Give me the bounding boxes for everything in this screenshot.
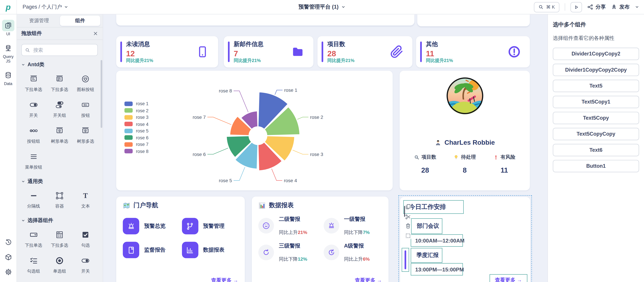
widget-card[interactable]: 勾选 [72,225,98,251]
widget-search-input[interactable] [32,47,92,53]
rail-item-data[interactable]: Data [1,69,16,86]
breadcrumb[interactable]: Pages / 个人门户 [23,4,68,11]
portal-nav-card[interactable]: 门户导航 预警总览 预警管理 监督报告 [116,196,245,282]
selected-widget-button[interactable]: Text5Copy [553,112,639,124]
widget-card[interactable]: 按钮组 [20,121,46,147]
label-leader-line [292,150,308,154]
schedule-item-time-widget[interactable]: 10:00AM—12:00AM [411,234,463,246]
divider-widget[interactable] [404,206,405,217]
widget-card[interactable]: 下拉多选 [46,225,72,251]
scissors-icon[interactable] [405,214,411,220]
portal-nav-button[interactable]: 预警总览 [123,218,182,234]
panel-tab[interactable]: 组件 [60,16,100,26]
close-icon[interactable] [93,31,98,36]
publish-button[interactable]: 发布 [611,4,630,11]
widget-card[interactable]: 图标按钮 [72,69,98,95]
preview-button[interactable] [570,2,582,12]
widget-card[interactable]: 开关组 [46,95,72,121]
legend-item[interactable]: rose 7 [124,142,148,147]
vertical-divider-widget[interactable] [402,248,409,272]
bulb-icon [454,155,459,160]
stat-card[interactable]: 其他11同比提升21% [416,36,530,67]
selected-widget-button[interactable]: Text5Copy1 [553,96,639,108]
schedule-card[interactable]: 今日工作安排 部门会议 10:00AM—12:00AM 季度汇报 13:00PM… [400,197,530,282]
widget-card[interactable]: 菜单按钮 [20,147,46,173]
widget-card[interactable]: 单选组 [46,251,72,277]
widget-card[interactable]: 开关 [72,251,98,277]
portal-nav-button[interactable]: 预警管理 [182,218,241,234]
rail-item-ui[interactable]: UI [1,20,16,37]
selected-widget-button[interactable]: Text6 [553,144,639,156]
legend-item[interactable]: rose 8 [124,149,148,153]
search-icon [538,5,543,10]
widget-card[interactable]: 分隔线 [20,186,46,212]
breadcrumb-text: Pages / 个人门户 [23,4,62,11]
panel-tab[interactable]: 资源管理 [19,16,59,26]
w-switch-group [55,100,64,109]
trash-icon[interactable] [405,223,411,229]
selected-widget-button[interactable]: Text5 [553,80,639,92]
schedule-item-name-widget[interactable]: 部门会议 [411,218,442,234]
legend-swatch [124,101,133,106]
stat-card[interactable]: 未读消息12同比提升21% [116,36,218,67]
schedule-title-widget[interactable]: 今日工作安排 [403,200,464,214]
schedule-more-widget[interactable]: 查看更多 → [490,274,527,282]
section-header-antd[interactable]: Antd类 [21,61,98,68]
legend-item[interactable]: rose 4 [124,122,148,126]
stat-card[interactable]: 项目数28同比提升21% [318,36,412,67]
widget-card[interactable]: 下拉单选 [20,225,46,251]
legend-item[interactable]: rose 3 [124,115,148,120]
widget-card[interactable]: 树形多选 [72,121,98,147]
region-icon[interactable] [405,233,411,239]
widget-search[interactable] [21,44,98,56]
widget-card[interactable]: 勾选组 [20,251,46,277]
widget-card[interactable]: 容器 [46,186,72,212]
selected-widget-button[interactable]: Text5CopyCopy [553,128,639,140]
share-button[interactable]: 分享 [587,4,606,11]
widget-card[interactable]: T 文本 [72,186,98,212]
selected-widget-button[interactable]: Divider1CopyCopy2Copy [553,64,639,76]
widget-card[interactable]: 下拉单选 [20,69,46,95]
gear-icon[interactable] [5,268,12,275]
data-reports-card[interactable]: 数据报表 二级警报 同比上升21% 一级警 [252,196,389,282]
w-icon-button [81,75,90,84]
slice-label: rose 6 [192,152,206,157]
schedule-item-time-widget[interactable]: 13:00PM—15:00PM [411,263,463,275]
w-switch [81,256,90,265]
widget-card[interactable]: 开关组 [20,277,46,282]
stat-card[interactable]: 新邮件信息7同比提升21% [224,36,313,67]
frown-icon [262,221,270,229]
widget-card[interactable]: 日期选择器 [46,277,72,282]
section-header-common[interactable]: 通用类 [21,178,98,185]
section-header-selectors[interactable]: 选择器组件 [21,217,98,224]
legend-swatch [124,108,133,113]
panel-scrollbar[interactable] [100,60,102,128]
editor-canvas[interactable]: 未读消息12同比提升21%新邮件信息7同比提升21%项目数28同比提升21%其他… [103,14,548,282]
legend-item[interactable]: rose 5 [124,128,148,133]
legend-item[interactable]: rose 6 [124,135,148,140]
rose-chart-card[interactable]: rose 1rose 2rose 3rose 4rose 5rose 6rose… [116,71,392,190]
portal-more-link[interactable]: 查看更多 → [211,277,238,282]
app-logo[interactable]: p [0,0,17,14]
cube-icon[interactable] [5,253,12,261]
selected-widget-button[interactable]: Divider1CopyCopy2 [553,48,639,60]
legend-item[interactable]: rose 2 [124,108,148,113]
rail-item-query-js[interactable]: Query JS [1,42,16,64]
widget-card[interactable]: 树形单选 [46,121,72,147]
portal-nav-button[interactable]: 数据报表 [182,242,241,258]
chevron-down-icon[interactable] [635,5,639,9]
copy-icon[interactable] [405,203,411,210]
reports-more-link[interactable]: 查看更多 → [355,277,382,282]
widget-card[interactable]: 树形多选 [72,277,98,282]
clock-refresh-icon [327,248,336,256]
widget-card[interactable]: 开关 [20,95,46,121]
history-icon[interactable] [5,239,12,246]
profile-card[interactable]: CharLes Robbie 项目数 28 待处理 8 有风险 [400,71,530,190]
schedule-item-name-widget[interactable]: 季度汇报 [411,248,442,263]
widget-card[interactable]: 下拉多选 [46,69,72,95]
omnibar-search[interactable]: ⌘ K [534,2,560,12]
legend-item[interactable]: rose 1 [124,101,148,106]
selected-widget-button[interactable]: Button1 [553,160,639,172]
portal-nav-button[interactable]: 监督报告 [123,242,182,258]
widget-card[interactable]: Btn 按钮 [72,95,98,121]
